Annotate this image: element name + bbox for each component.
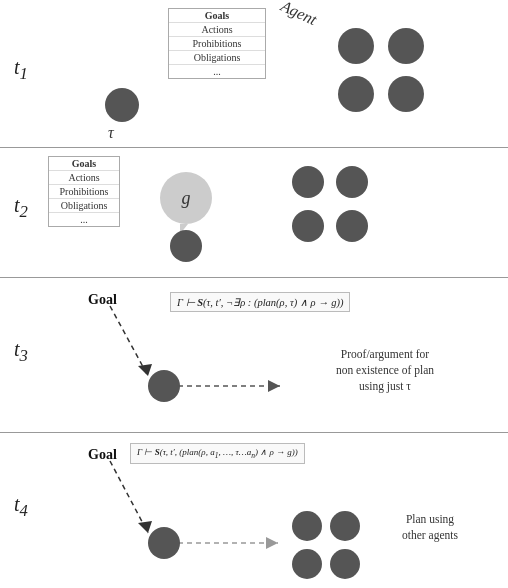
t3-circle (148, 370, 180, 402)
agent-circle-1 (338, 28, 374, 64)
svg-marker-1 (138, 364, 152, 376)
goal-label-t3: Goal (88, 292, 117, 308)
svg-line-4 (110, 461, 148, 533)
t4-circle (148, 527, 180, 559)
t2-circle-2 (336, 166, 368, 198)
t4-circle-2 (330, 511, 360, 541)
t2-circle-3 (292, 210, 324, 242)
time-t2: t2 (14, 194, 28, 222)
agent-dots: ... (169, 65, 265, 78)
agent-label: Agent (278, 0, 319, 29)
time-t3: t3 (14, 338, 28, 366)
agent-actions: Actions (169, 23, 265, 37)
t4-circle-3 (292, 549, 322, 579)
t2-tau-circle (170, 230, 202, 262)
t2-circle-1 (292, 166, 324, 198)
time-t1: t1 (14, 56, 28, 84)
agent-box-t1: Goals Actions Prohibitions Obligations .… (168, 8, 266, 79)
tau-label: τ (108, 124, 114, 142)
agent-circle-2 (388, 28, 424, 64)
formula-t4: Γ ⊢ S(τ, t′, (plan(ρ, a1, …, τ…an) ∧ ρ →… (130, 443, 305, 464)
section-t1: t1 Goals Actions Prohibitions Obligation… (0, 0, 508, 148)
plan-text: Plan usingother agents (370, 511, 490, 543)
agent-prohibitions: Prohibitions (169, 37, 265, 51)
agent-obligations: Obligations (169, 51, 265, 65)
svg-marker-7 (266, 537, 278, 549)
t2-dots: ... (49, 213, 119, 226)
section-t2: t2 Goals Actions Prohibitions Obligation… (0, 148, 508, 278)
t4-circle-4 (330, 549, 360, 579)
agent-box-t2: Goals Actions Prohibitions Obligations .… (48, 156, 120, 227)
svg-marker-3 (268, 380, 280, 392)
t2-circle-4 (336, 210, 368, 242)
svg-marker-5 (138, 521, 152, 533)
t2-prohibitions: Prohibitions (49, 185, 119, 199)
proof-text: Proof/argument fornon existence of planu… (295, 346, 475, 394)
svg-line-0 (110, 306, 148, 376)
tau-circle (105, 88, 139, 122)
goal-bubble: g (160, 172, 212, 224)
agent-circle-4 (388, 76, 424, 112)
t2-obligations: Obligations (49, 199, 119, 213)
agent-circle-3 (338, 76, 374, 112)
section-t4: t4 Goal Γ ⊢ S(τ, t′, (plan(ρ, a1, …, τ…a… (0, 433, 508, 588)
t2-goals: Goals (49, 157, 119, 171)
t4-circle-1 (292, 511, 322, 541)
time-t4: t4 (14, 493, 28, 521)
section-t3: t3 Goal Γ ⊢ S(τ, t′, ¬∃ρ : (plan(ρ, τ) ∧… (0, 278, 508, 433)
agent-goals: Goals (169, 9, 265, 23)
formula-t3: Γ ⊢ S(τ, t′, ¬∃ρ : (plan(ρ, τ) ∧ ρ → g)) (170, 292, 350, 312)
t2-actions: Actions (49, 171, 119, 185)
goal-label-t4: Goal (88, 447, 117, 463)
